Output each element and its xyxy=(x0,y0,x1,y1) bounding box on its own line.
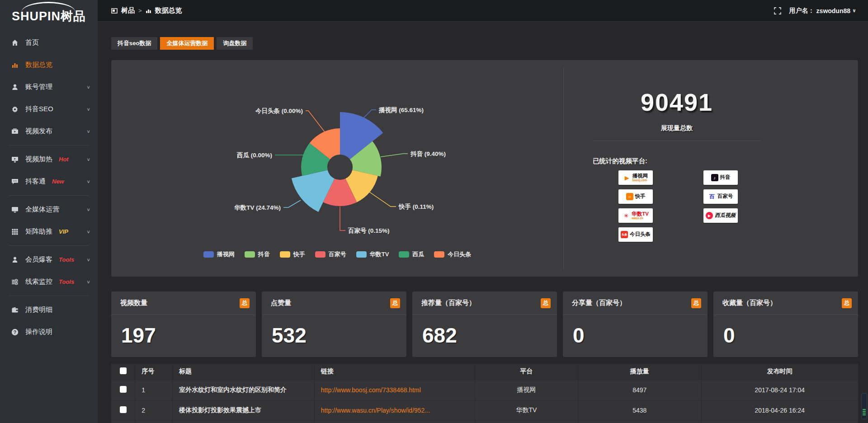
sidebar-item-douyin-seo[interactable]: 抖音SEO∨ xyxy=(0,98,98,120)
panel-divider xyxy=(593,141,761,141)
column-header[interactable]: 序号 xyxy=(135,364,173,380)
sidebar-item-video-heating[interactable]: 视频加热Hot∨ xyxy=(0,148,98,170)
row-checkbox[interactable] xyxy=(120,386,127,393)
user-menu[interactable]: 用户名：zswodun88 ∨ xyxy=(789,7,856,15)
select-all-checkbox[interactable] xyxy=(120,367,127,374)
legend-item-快手[interactable]: 快手 xyxy=(280,250,305,258)
stat-card-header: 分享量（百家号）总 xyxy=(563,291,708,315)
sidebar-item-douketong[interactable]: 抖客通New∨ xyxy=(0,170,98,193)
breadcrumb: 树品 > 数据总览 xyxy=(111,6,182,15)
douyin-icon: ♪ xyxy=(711,174,718,181)
pie-label: 播视网 (65.61%) xyxy=(378,106,424,113)
cell-time: 2017-08-24 17:04 xyxy=(701,380,858,400)
pie-slice-华数TV[interactable] xyxy=(292,170,335,212)
total-badge[interactable]: 总 xyxy=(842,298,852,308)
videos-table: 序号标题链接平台播放量发布时间 1室外水纹灯和室内水纹灯的区别和简介http:/… xyxy=(111,364,858,423)
legend-item-播视网[interactable]: 播视网 xyxy=(203,250,235,258)
total-badge[interactable]: 总 xyxy=(390,298,400,308)
platform-sub: boosj.com xyxy=(632,179,648,182)
tab-inquiry-data[interactable]: 询盘数据 xyxy=(217,37,253,50)
breadcrumb-separator: > xyxy=(138,7,142,14)
platform-badges-right: ♪抖音百百家号▶西瓜视频 xyxy=(703,170,738,242)
total-badge[interactable]: 总 xyxy=(691,298,701,308)
logo-arc xyxy=(22,2,75,12)
column-header[interactable]: 发布时间 xyxy=(701,364,858,380)
chat-icon xyxy=(11,178,19,186)
sidebar-item-consumption-details[interactable]: 消费明细 xyxy=(0,299,98,321)
legend-item-西瓜[interactable]: 西瓜 xyxy=(399,250,424,258)
sidebar-item-label: 数据总览 xyxy=(25,61,52,69)
platform-badge-今日头条[interactable]: 头条今日头条 xyxy=(618,227,653,242)
total-badge[interactable]: 总 xyxy=(240,298,250,308)
sidebar-item-data-overview[interactable]: 数据总览 xyxy=(0,54,98,76)
cell-title[interactable]: 室外水纹灯和室内水纹灯的区别和简介 xyxy=(172,380,314,400)
cell-title[interactable]: 楼体投影灯投影效果震撼上市 xyxy=(172,400,314,420)
sidebar-item-badge: Tools xyxy=(59,278,74,285)
toutiao-icon: 头条 xyxy=(621,231,628,238)
total-badge[interactable]: 总 xyxy=(541,298,551,308)
table-body: 1室外水纹灯和室内水纹灯的区别和简介http://www.boosj.com/7… xyxy=(111,380,858,423)
sliders-icon xyxy=(11,278,19,286)
baijiahao-icon: 百 xyxy=(708,193,716,200)
column-header[interactable]: 播放量 xyxy=(578,364,701,380)
chevron-down-icon: ∨ xyxy=(852,8,856,14)
stat-card-header: 推荐量（百家号）总 xyxy=(412,291,557,315)
sidebar-item-member-baoke[interactable]: 会员爆客Tools∨ xyxy=(0,249,98,271)
overview-chart-card: 播视网 (65.61%)抖音 (9.40%)快手 (0.11%)百家号 (0.1… xyxy=(111,60,858,277)
legend-item-抖音[interactable]: 抖音 xyxy=(245,250,270,258)
platform-badge-快手[interactable]: ○快手 xyxy=(618,189,653,204)
monitor-play-icon xyxy=(11,155,19,164)
tab-douyin-seo-data[interactable]: 抖音seo数据 xyxy=(111,37,157,50)
legend-label: 西瓜 xyxy=(412,250,424,258)
platform-badge-华数TV[interactable]: ✳华数TVwasu.cn xyxy=(618,208,653,223)
home-icon xyxy=(11,39,19,47)
stat-cards-row: 视频数量总197点赞量总532推荐量（百家号）总682分享量（百家号）总0收藏量… xyxy=(111,291,858,357)
sidebar-item-account-management[interactable]: 账号管理∨ xyxy=(0,76,98,98)
sidebar-divider xyxy=(8,145,90,146)
table-header: 序号标题链接平台播放量发布时间 xyxy=(111,364,858,380)
table-row: 1室外水纹灯和室内水纹灯的区别和简介http://www.boosj.com/7… xyxy=(111,380,858,400)
chevron-down-icon: ∨ xyxy=(86,85,90,89)
tab-all-media-operation-data[interactable]: 全媒体运营数据 xyxy=(160,37,214,50)
platform-badge-西瓜视频[interactable]: ▶西瓜视频 xyxy=(703,208,738,223)
stat-card-title: 视频数量 xyxy=(120,299,147,307)
platform-badge-百家号[interactable]: 百百家号 xyxy=(703,189,738,204)
pie-label: 华数TV (24.74%) xyxy=(234,204,281,211)
sidebar-item-operation-guide[interactable]: ?操作说明 xyxy=(0,321,98,343)
sidebar-item-video-publish[interactable]: 视频发布∨ xyxy=(0,120,98,142)
row-checkbox[interactable] xyxy=(120,406,127,413)
breadcrumb-root[interactable]: 树品 xyxy=(121,6,135,15)
table-row: 2楼体投影灯投影效果震撼上市http://www.wasu.cn/Play/sh… xyxy=(111,400,858,420)
monitor-icon xyxy=(11,206,19,214)
fullscreen-icon[interactable] xyxy=(774,7,781,14)
data-tabs: 抖音seo数据全媒体运营数据询盘数据 xyxy=(111,37,858,50)
sidebar-item-label: 抖客通 xyxy=(25,177,46,186)
platform-badges-left: ▶播视网boosj.com○快手✳华数TVwasu.cn头条今日头条 xyxy=(618,170,653,242)
cell-link[interactable]: http://www.wasu.cn/Play/show/id/952... xyxy=(321,407,470,414)
platform-badge-抖音[interactable]: ♪抖音 xyxy=(703,170,738,185)
stat-card-header: 收藏量（百家号）总 xyxy=(713,291,858,315)
sidebar-item-home[interactable]: 首页 xyxy=(0,32,98,54)
legend-item-今日头条[interactable]: 今日头条 xyxy=(434,250,471,258)
sidebar-item-all-media-operation[interactable]: 全媒体运营∨ xyxy=(0,198,98,221)
sidebar-item-matrix-boost[interactable]: 矩阵助推VIP∨ xyxy=(0,221,98,243)
cell-link[interactable]: http://www.boosj.com/7338468.html xyxy=(321,386,470,394)
column-header[interactable]: 平台 xyxy=(475,364,578,380)
floating-widget[interactable] xyxy=(861,393,867,419)
stat-card-value: 0 xyxy=(563,315,708,348)
boosj-icon: ▶ xyxy=(623,174,631,181)
sidebar-item-clue-monitoring[interactable]: 线索监控Tools∨ xyxy=(0,271,98,293)
question-icon: ? xyxy=(11,328,19,336)
column-header[interactable]: 链接 xyxy=(314,364,475,380)
column-header[interactable]: 标题 xyxy=(172,364,314,380)
chart-legend: 播视网抖音快手百家号华数TV西瓜今日头条 xyxy=(111,250,563,258)
legend-item-华数TV[interactable]: 华数TV xyxy=(356,250,389,258)
sidebar-item-label: 账号管理 xyxy=(25,83,52,91)
stat-card-value: 682 xyxy=(412,315,557,348)
pie-label: 抖音 (9.40%) xyxy=(410,150,446,157)
legend-swatch xyxy=(356,251,367,258)
platform-badge-播视网[interactable]: ▶播视网boosj.com xyxy=(618,170,653,185)
cell-platform: 华数TV xyxy=(475,400,578,420)
app-logo[interactable]: SHUPIN树品 xyxy=(0,0,98,28)
legend-item-百家号[interactable]: 百家号 xyxy=(315,250,346,258)
